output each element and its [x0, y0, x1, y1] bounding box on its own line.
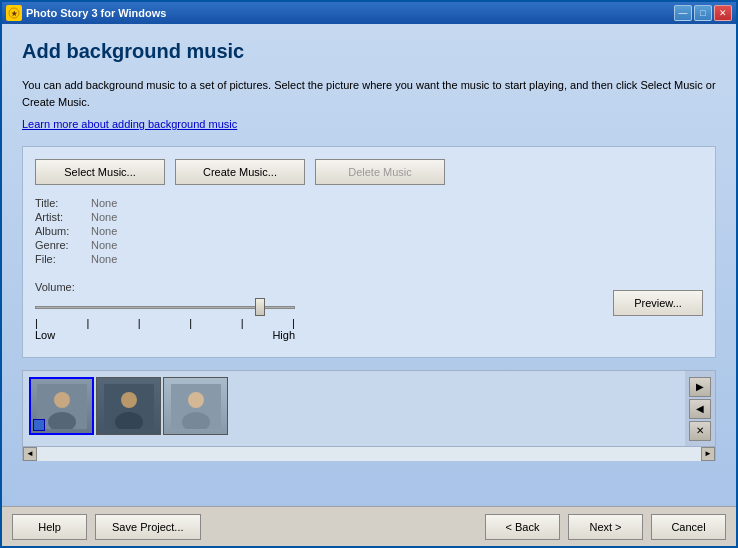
file-label: File:	[35, 253, 85, 265]
genre-value: None	[91, 239, 703, 251]
preview-button[interactable]: Preview...	[613, 290, 703, 316]
photo-item[interactable]	[96, 377, 161, 435]
strip-back-button[interactable]: ◀	[689, 399, 711, 419]
page-title: Add background music	[22, 40, 716, 63]
artist-label: Artist:	[35, 211, 85, 223]
strip-forward-button[interactable]: ▶	[689, 377, 711, 397]
tick-4: |	[189, 317, 192, 329]
svg-point-9	[188, 392, 204, 408]
album-label: Album:	[35, 225, 85, 237]
slider-ticks: | | | | | |	[35, 317, 295, 329]
high-label: High	[272, 329, 295, 341]
scrollbar-track[interactable]	[37, 447, 701, 461]
select-music-button[interactable]: Select Music...	[35, 159, 165, 185]
photo-strip-controls: ▶ ◀ ✕	[685, 371, 715, 446]
music-info-grid: Title: None Artist: None Album: None Gen…	[35, 197, 703, 265]
save-project-button[interactable]: Save Project...	[95, 514, 201, 540]
volume-slider[interactable]	[35, 297, 295, 317]
slider-thumb[interactable]	[255, 298, 265, 316]
low-label: Low	[35, 329, 55, 341]
maximize-button[interactable]: □	[694, 5, 712, 21]
next-button[interactable]: Next >	[568, 514, 643, 540]
svg-point-3	[54, 392, 70, 408]
title-bar-left: ★ Photo Story 3 for Windows	[6, 5, 166, 21]
photo-strip	[23, 371, 685, 446]
window-title: Photo Story 3 for Windows	[26, 7, 166, 19]
photo-strip-container: ▶ ◀ ✕ ◄ ►	[22, 370, 716, 461]
music-controls-panel: Select Music... Create Music... Delete M…	[22, 146, 716, 358]
learn-more-link[interactable]: Learn more about adding background music	[22, 118, 716, 130]
tick-3: |	[138, 317, 141, 329]
help-button[interactable]: Help	[12, 514, 87, 540]
bottom-bar: Help Save Project... < Back Next > Cance…	[2, 506, 736, 546]
tick-5: |	[241, 317, 244, 329]
slider-track-line	[35, 306, 295, 309]
volume-section: Volume: | | | | | |	[35, 281, 295, 341]
cancel-button[interactable]: Cancel	[651, 514, 726, 540]
photo-item[interactable]	[163, 377, 228, 435]
volume-preview-row: Volume: | | | | | |	[35, 275, 703, 341]
main-window: ★ Photo Story 3 for Windows — □ ✕ Add ba…	[0, 0, 738, 548]
photo-scrollbar: ◄ ►	[23, 446, 715, 460]
volume-label: Volume:	[35, 281, 295, 293]
file-value: None	[91, 253, 703, 265]
artist-value: None	[91, 211, 703, 223]
svg-text:★: ★	[11, 10, 18, 17]
delete-music-button[interactable]: Delete Music	[315, 159, 445, 185]
minimize-button[interactable]: —	[674, 5, 692, 21]
scroll-left-button[interactable]: ◄	[23, 447, 37, 461]
title-value: None	[91, 197, 703, 209]
description-text: You can add background music to a set of…	[22, 77, 716, 110]
create-music-button[interactable]: Create Music...	[175, 159, 305, 185]
tick-1: |	[35, 317, 38, 329]
genre-label: Genre:	[35, 239, 85, 251]
title-bar: ★ Photo Story 3 for Windows — □ ✕	[2, 2, 736, 24]
strip-remove-button[interactable]: ✕	[689, 421, 711, 441]
music-buttons-row: Select Music... Create Music... Delete M…	[35, 159, 703, 185]
slider-labels: Low High	[35, 329, 295, 341]
title-label: Title:	[35, 197, 85, 209]
tick-6: |	[292, 317, 295, 329]
app-icon: ★	[6, 5, 22, 21]
photo-strip-inner: ▶ ◀ ✕	[23, 371, 715, 446]
svg-point-6	[121, 392, 137, 408]
back-button[interactable]: < Back	[485, 514, 560, 540]
photo-item[interactable]	[29, 377, 94, 435]
close-button[interactable]: ✕	[714, 5, 732, 21]
album-value: None	[91, 225, 703, 237]
tick-2: |	[86, 317, 89, 329]
scroll-right-button[interactable]: ►	[701, 447, 715, 461]
title-bar-buttons: — □ ✕	[674, 5, 732, 21]
photo-check-1	[33, 419, 45, 431]
main-content: Add background music You can add backgro…	[2, 24, 736, 506]
